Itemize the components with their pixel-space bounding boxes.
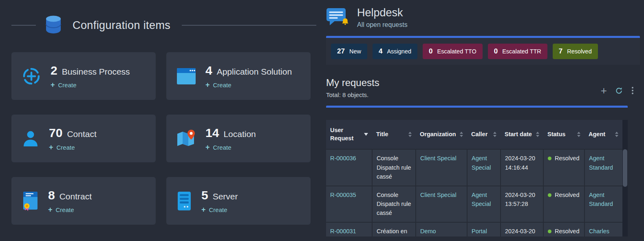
caller-link[interactable]: Agent Special bbox=[472, 155, 491, 170]
request-ref-link[interactable]: R-000031 bbox=[330, 228, 356, 234]
agent-link[interactable]: Charles bbox=[589, 228, 609, 234]
kebab-menu-icon[interactable] bbox=[631, 86, 634, 95]
column-header-caller[interactable]: Caller bbox=[467, 120, 501, 149]
table-header-row: User Request Title Organization Caller S bbox=[326, 120, 622, 149]
badge-label: Escalated TTO bbox=[437, 48, 476, 55]
request-title: Création en bbox=[372, 222, 416, 237]
sort-icon bbox=[615, 132, 618, 137]
table-row[interactable]: R-000036 Console Dispatch rule cassé Cli… bbox=[326, 149, 622, 186]
total-objects-label: Total: 8 objects. bbox=[326, 91, 379, 98]
divider-line bbox=[11, 25, 36, 26]
start-date: 2024-03-20 bbox=[501, 222, 543, 237]
badge-new[interactable]: 27 New bbox=[331, 44, 367, 59]
create-label: Create bbox=[213, 82, 232, 88]
create-label: Create bbox=[209, 206, 227, 213]
section-title: My requests bbox=[326, 77, 379, 88]
contract-icon bbox=[21, 191, 39, 211]
scrollbar-thumb[interactable] bbox=[623, 149, 627, 187]
badge-label: Escalated TTR bbox=[502, 48, 541, 55]
create-server-link[interactable]: + Create bbox=[201, 206, 238, 213]
badge-label: Assigned bbox=[387, 48, 411, 55]
card-contract: 8 Contract + Create bbox=[11, 177, 156, 225]
add-icon[interactable]: + bbox=[601, 85, 607, 96]
column-header-user-request[interactable]: User Request bbox=[326, 120, 372, 149]
card-label: Application Solution bbox=[217, 67, 292, 77]
page-title: Configuration items bbox=[73, 19, 170, 32]
agent-link[interactable]: Agent Standard bbox=[589, 155, 613, 170]
card-contact: 70 Contact + Create bbox=[11, 115, 156, 162]
card-count: 14 bbox=[205, 126, 219, 140]
create-contract-link[interactable]: + Create bbox=[48, 206, 92, 213]
organization-link[interactable]: Client Special bbox=[420, 155, 457, 161]
plus-icon: + bbox=[51, 81, 55, 88]
organization-link[interactable]: Client Special bbox=[420, 192, 457, 198]
my-requests-toolbar: + bbox=[601, 85, 640, 98]
sort-icon bbox=[408, 132, 412, 137]
badge-label: New bbox=[349, 48, 361, 55]
sort-icon bbox=[460, 132, 463, 137]
caller-link[interactable]: Agent Special bbox=[472, 192, 491, 207]
contract-count-link[interactable]: 8 Contract bbox=[48, 188, 92, 202]
card-business-process: 2 Business Process + Create bbox=[11, 52, 156, 100]
application-solution-count-link[interactable]: 4 Application Solution bbox=[205, 64, 292, 77]
column-header-agent[interactable]: Agent bbox=[584, 120, 622, 149]
plus-icon: + bbox=[48, 206, 53, 213]
table-row[interactable]: R-000035 Console Dispatch rule cassé Cli… bbox=[326, 186, 622, 222]
create-business-process-link[interactable]: + Create bbox=[51, 81, 130, 88]
organization-link[interactable]: Demo bbox=[420, 228, 436, 234]
badge-escalated-ttr[interactable]: 0 Escalated TTR bbox=[488, 44, 547, 59]
plus-icon: + bbox=[205, 81, 210, 88]
badge-resolved[interactable]: 7 Resolved bbox=[553, 44, 598, 59]
badge-count: 0 bbox=[429, 47, 432, 55]
refresh-icon[interactable] bbox=[615, 87, 623, 95]
contact-count-link[interactable]: 70 Contact bbox=[49, 126, 97, 140]
column-header-status[interactable]: Status bbox=[543, 120, 584, 149]
helpdesk-titles: Helpdesk All open requests bbox=[357, 6, 408, 29]
sort-icon bbox=[577, 132, 580, 137]
column-header-start-date[interactable]: Start date bbox=[501, 120, 543, 149]
contact-icon bbox=[21, 129, 40, 148]
create-application-solution-link[interactable]: + Create bbox=[205, 81, 292, 88]
badge-label: Resolved bbox=[567, 48, 591, 55]
create-label: Create bbox=[213, 144, 232, 151]
badge-escalated-tto[interactable]: 0 Escalated TTO bbox=[423, 44, 483, 59]
status-dot-icon bbox=[548, 157, 551, 160]
helpdesk-dashboard: Helpdesk All open requests 27 New 4 Assi… bbox=[326, 0, 640, 237]
card-label: Location bbox=[223, 129, 256, 139]
server-count-link[interactable]: 5 Server bbox=[201, 188, 238, 202]
create-location-link[interactable]: + Create bbox=[205, 144, 256, 151]
status-label: Resolved bbox=[555, 228, 579, 234]
table-scrollbar[interactable] bbox=[622, 120, 628, 237]
my-requests-header: My requests Total: 8 objects. + bbox=[326, 77, 640, 98]
badge-count: 27 bbox=[337, 47, 345, 55]
request-title: Console Dispatch rule cassé bbox=[372, 149, 416, 186]
badge-count: 7 bbox=[559, 47, 562, 55]
configuration-items-header: Configuration items bbox=[11, 14, 316, 37]
agent-link[interactable]: Agent Standard bbox=[589, 192, 613, 207]
column-header-organization[interactable]: Organization bbox=[416, 120, 467, 149]
request-ref-link[interactable]: R-000035 bbox=[330, 192, 356, 198]
my-requests-table: User Request Title Organization Caller S bbox=[326, 120, 622, 237]
caller-link[interactable]: Portal bbox=[472, 228, 487, 234]
request-ref-link[interactable]: R-000036 bbox=[330, 155, 356, 161]
badge-assigned[interactable]: 4 Assigned bbox=[373, 44, 417, 59]
create-contact-link[interactable]: + Create bbox=[49, 144, 97, 151]
business-process-count-link[interactable]: 2 Business Process bbox=[51, 64, 130, 77]
request-status-summary: 27 New 4 Assigned 0 Escalated TTO 0 Esca… bbox=[326, 36, 640, 65]
card-count: 4 bbox=[205, 64, 212, 77]
page-title: Helpdesk bbox=[357, 7, 408, 19]
location-icon bbox=[176, 129, 196, 148]
start-date: 2024-03-20 14:16:44 bbox=[501, 149, 543, 186]
card-label: Business Process bbox=[62, 67, 130, 77]
badge-count: 0 bbox=[494, 47, 498, 55]
status-label: Resolved bbox=[555, 155, 579, 161]
sort-desc-icon bbox=[364, 133, 368, 136]
sort-icon bbox=[536, 132, 539, 137]
helpdesk-header: Helpdesk All open requests bbox=[326, 6, 640, 31]
card-label: Contract bbox=[60, 192, 92, 201]
table-row[interactable]: R-000031 Création en Demo Portal 2024-03… bbox=[326, 222, 622, 237]
card-server: 5 Server + Create bbox=[166, 177, 311, 225]
column-header-title[interactable]: Title bbox=[372, 120, 416, 149]
location-count-link[interactable]: 14 Location bbox=[205, 126, 256, 140]
status-dot-icon bbox=[548, 230, 551, 233]
